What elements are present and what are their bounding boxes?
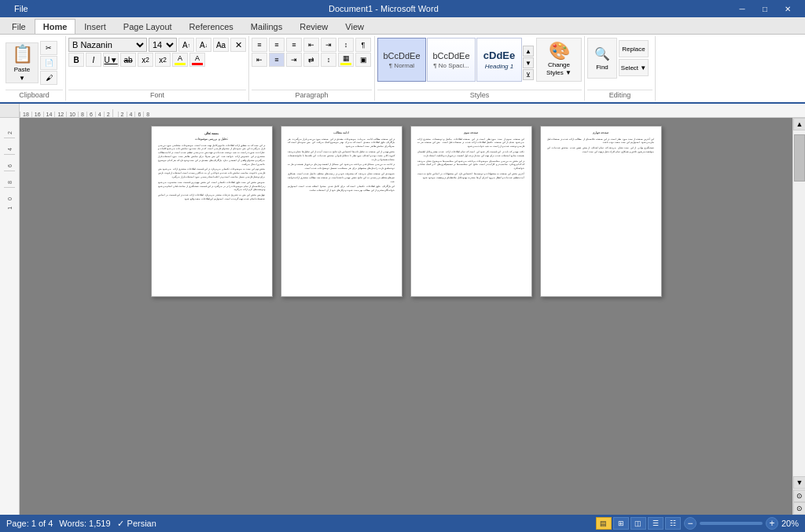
page-4-content: صفحه چهارم این آخرین صفحه از سند مورد نظ… (541, 127, 661, 206)
draft-view-button[interactable]: ☷ (665, 517, 681, 530)
outline-view-button[interactable]: ☰ (648, 517, 663, 530)
style-normal-button[interactable]: bCcDdEe ¶ Normal (377, 38, 426, 82)
format-painter-button[interactable]: 🖌 (40, 71, 57, 85)
style-no-spacing-button[interactable]: bCcDdEe ¶ No Spaci... (427, 38, 476, 82)
ribbon-tabs: File Home Insert Page Layout References … (0, 17, 805, 35)
line-spacing-button[interactable]: ↕ (321, 53, 336, 67)
editing-group: 🔍 Find Replace Select ▼ Editing (585, 36, 656, 101)
font-size-select[interactable]: 14 89101112 14161820 (149, 38, 177, 52)
decrease-indent-button[interactable]: ⇤ (303, 38, 319, 52)
tab-review[interactable]: Review (291, 19, 336, 34)
font-group: B Nazanin 14 89101112 14161820 A↑ A↓ Aa … (66, 36, 249, 101)
borders-button[interactable]: ▣ (355, 53, 371, 67)
next-page-button[interactable]: ⊙ (793, 490, 805, 502)
font-name-select[interactable]: B Nazanin (68, 38, 147, 52)
bullets-button[interactable]: ≡ (252, 38, 267, 52)
font-color-button[interactable]: A (189, 53, 205, 67)
show-formatting-button[interactable]: ¶ (355, 38, 371, 52)
page-3: صفحه سوم این صفحه سوم از سند مورد نظر اس… (410, 126, 532, 297)
cut-button[interactable]: ✂ (40, 41, 57, 55)
tab-home[interactable]: Home (35, 19, 76, 34)
subscript-button[interactable]: x2 (138, 53, 153, 67)
scroll-track[interactable] (793, 130, 805, 476)
shrink-font-button[interactable]: A↓ (196, 38, 211, 52)
maximize-button[interactable]: □ (754, 2, 776, 15)
style-heading1-button[interactable]: cDdEe Heading 1 (476, 38, 522, 82)
status-right: ▤ ⊞ ◫ ☰ ☷ − + 20% (596, 517, 799, 530)
numbering-button[interactable]: ≡ (269, 38, 285, 52)
align-right-button[interactable]: ⇥ (286, 53, 302, 67)
zoom-slider[interactable] (700, 522, 763, 525)
styles-group: bCcDdEe ¶ Normal bCcDdEe ¶ No Spaci... c… (375, 36, 585, 101)
clipboard-controls: 📋 Paste ▼ ✂ 📄 🖌 (6, 38, 63, 88)
corner-ruler (0, 104, 20, 118)
change-case-button[interactable]: Aa (213, 38, 229, 52)
align-center-button[interactable]: ≡ (269, 53, 285, 67)
main-area: 2 4 6 8 10 بسمه تعالی تحلیل و بررسی موضو… (0, 118, 805, 515)
justify-button[interactable]: ⇄ (303, 53, 319, 67)
spell-check-icon: ✓ (117, 519, 124, 529)
scroll-down-button[interactable]: ▼ (793, 476, 805, 489)
status-bar: Page: 1 of 4 Words: 1,519 ✓ Persian ▤ ⊞ … (0, 515, 805, 532)
copy-button[interactable]: 📄 (40, 56, 57, 70)
prev-page-button[interactable]: ⊙ (793, 502, 805, 515)
tab-insert[interactable]: Insert (75, 19, 115, 34)
font-row-1: B Nazanin 14 89101112 14161820 A↑ A↓ Aa … (68, 38, 246, 52)
clear-formatting-button[interactable]: ✕ (230, 38, 246, 52)
styles-scroll: ▲ ▼ ⊻ (523, 38, 534, 88)
file-tab-btn[interactable]: File (6, 2, 36, 15)
styles-controls: bCcDdEe ¶ Normal bCcDdEe ¶ No Spaci... c… (377, 38, 582, 88)
page-3-content: صفحه سوم این صفحه سوم از سند مورد نظر اس… (411, 127, 531, 185)
grow-font-button[interactable]: A↑ (178, 38, 194, 52)
tab-file[interactable]: File (3, 19, 35, 34)
select-button[interactable]: Select ▼ (619, 59, 649, 76)
align-left-button[interactable]: ⇤ (252, 53, 267, 67)
full-screen-button[interactable]: ⊞ (613, 517, 629, 530)
styles-dropdown[interactable]: ⊻ (523, 69, 534, 80)
minimize-button[interactable]: ─ (731, 2, 753, 15)
replace-button[interactable]: Replace (619, 40, 649, 57)
zoom-out-button[interactable]: − (684, 517, 697, 530)
web-layout-button[interactable]: ◫ (630, 517, 646, 530)
close-button[interactable]: ✕ (777, 2, 799, 15)
italic-button[interactable]: I (86, 53, 101, 67)
multilevel-list-button[interactable]: ≡ (286, 38, 302, 52)
vertical-scrollbar[interactable]: ▲ ▼ ⊙ ⊙ (792, 118, 805, 515)
page-2: ادامه مطالب در این صفحه مطالب ادامه می‌ی… (281, 126, 402, 297)
ruler-area: 18 16 14 12 10 8 6 4 2 2 4 6 8 (0, 104, 805, 118)
superscript-button[interactable]: x2 (155, 53, 171, 67)
view-mode-buttons: ▤ ⊞ ◫ ☰ ☷ (596, 517, 681, 530)
tab-references[interactable]: References (181, 19, 242, 34)
styles-scroll-up[interactable]: ▲ (523, 46, 534, 57)
tab-mailings[interactable]: Mailings (242, 19, 291, 34)
zoom-control: − + 20% (684, 517, 799, 530)
window-controls: ─ □ ✕ (731, 2, 799, 15)
paragraph-group: ≡ ≡ ≡ ⇤ ⇥ ↕ ¶ ⇤ ≡ ⇥ ⇄ ↕ ▦ ▣ Paragra (249, 36, 375, 101)
clipboard-small-buttons: ✂ 📄 🖌 (40, 41, 57, 85)
font-controls: B Nazanin 14 89101112 14161820 A↑ A↓ Aa … (68, 38, 246, 88)
scroll-up-button[interactable]: ▲ (793, 118, 805, 130)
paste-button[interactable]: 📋 Paste ▼ (6, 42, 39, 83)
status-left: Page: 1 of 4 Words: 1,519 ✓ Persian (6, 519, 590, 529)
sort-button[interactable]: ↕ (338, 38, 354, 52)
print-layout-button[interactable]: ▤ (596, 517, 612, 530)
strikethrough-button[interactable]: ab (120, 53, 136, 67)
text-highlight-button[interactable]: A (172, 53, 188, 67)
zoom-in-button[interactable]: + (766, 517, 778, 530)
change-styles-button[interactable]: 🎨 ChangeStyles ▼ (536, 38, 582, 82)
underline-button[interactable]: U▼ (103, 53, 119, 67)
scroll-thumb[interactable] (794, 134, 805, 182)
horizontal-ruler: 18 16 14 12 10 8 6 4 2 2 4 6 8 (20, 104, 805, 118)
shading-button[interactable]: ▦ (338, 53, 354, 67)
bold-button[interactable]: B (68, 53, 84, 67)
font-label: Font (68, 90, 246, 99)
styles-scroll-down[interactable]: ▼ (523, 57, 534, 68)
paragraph-controls: ≡ ≡ ≡ ⇤ ⇥ ↕ ¶ ⇤ ≡ ⇥ ⇄ ↕ ▦ ▣ (252, 38, 372, 88)
find-button[interactable]: 🔍 Find (587, 38, 617, 79)
zoom-level: 20% (781, 519, 799, 528)
tab-page-layout[interactable]: Page Layout (115, 19, 181, 34)
para-row-2: ⇤ ≡ ⇥ ⇄ ↕ ▦ ▣ (252, 53, 371, 67)
tab-view[interactable]: View (336, 19, 373, 34)
increase-indent-button[interactable]: ⇥ (321, 38, 336, 52)
editing-controls: 🔍 Find Replace Select ▼ (587, 38, 652, 88)
